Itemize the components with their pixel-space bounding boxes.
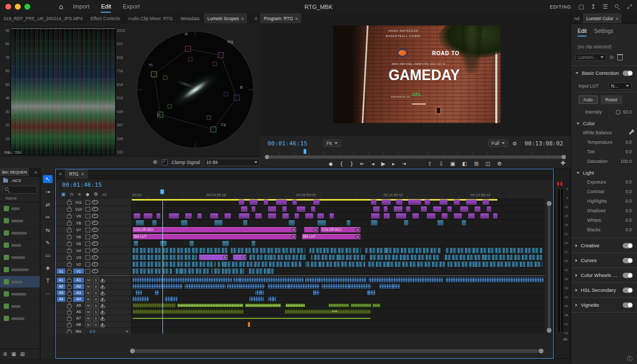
track-lock-icon[interactable]: [67, 331, 72, 334]
param-value[interactable]: 0.0: [625, 149, 632, 154]
bin-tab[interactable]: Bin: SEQUEN: [0, 168, 30, 176]
clip[interactable]: [174, 268, 209, 274]
track-name-button[interactable]: A7: [73, 316, 84, 321]
track-output-icon[interactable]: [92, 262, 98, 266]
clip[interactable]: [483, 200, 489, 205]
track-lock-icon[interactable]: [67, 324, 72, 327]
solo-button[interactable]: S: [93, 315, 99, 321]
param-value[interactable]: 0.0: [625, 227, 632, 232]
clip[interactable]: [133, 309, 244, 314]
mute-button[interactable]: M: [85, 277, 91, 283]
clip[interactable]: [468, 213, 475, 219]
clip[interactable]: [475, 206, 481, 212]
clip[interactable]: [133, 262, 216, 267]
clip[interactable]: fx: [199, 255, 228, 260]
play-icon[interactable]: ▶: [381, 161, 385, 167]
solo-button[interactable]: S: [93, 277, 99, 283]
mute-button[interactable]: M: [85, 283, 91, 289]
clip[interactable]: [396, 213, 406, 219]
clip[interactable]: [252, 241, 256, 246]
track-name-button[interactable]: V10: [73, 206, 84, 212]
track-output-icon[interactable]: [92, 214, 98, 218]
track-row-a3[interactable]: [132, 290, 545, 296]
add-marker-icon[interactable]: ◆: [329, 161, 333, 167]
clip[interactable]: [185, 284, 226, 289]
scroll-handle[interactable]: [547, 201, 552, 206]
slider-knob[interactable]: [616, 110, 621, 115]
clip[interactable]: [268, 297, 277, 301]
param-value[interactable]: 0.0: [625, 189, 632, 194]
clamp-signal-checkbox[interactable]: [161, 159, 168, 166]
program-scrubber[interactable]: [264, 149, 566, 154]
source-patch[interactable]: [57, 200, 65, 205]
clip[interactable]: [252, 206, 256, 212]
track-lock-icon[interactable]: [67, 215, 72, 219]
program-playhead[interactable]: [304, 149, 306, 154]
clip[interactable]: [181, 220, 187, 226]
zoom-handle-left[interactable]: [265, 155, 269, 159]
track-name-button[interactable]: V2: [73, 262, 84, 267]
voiceover-record-icon[interactable]: [101, 279, 104, 282]
menu-tab-edit[interactable]: Edit: [101, 1, 111, 13]
tab-edit[interactable]: Edit: [578, 28, 587, 37]
track-output-icon[interactable]: [92, 269, 98, 273]
step-back-icon[interactable]: ◂: [372, 161, 374, 167]
source-patch[interactable]: [57, 220, 65, 226]
voiceover-record-icon[interactable]: [101, 304, 104, 307]
clip[interactable]: [295, 213, 299, 219]
multi-view-icon[interactable]: ⊞: [474, 161, 478, 167]
go-to-in-icon[interactable]: ⇤: [360, 161, 365, 167]
clip[interactable]: [285, 303, 305, 308]
reset-button[interactable]: Reset: [601, 96, 622, 104]
clip[interactable]: [454, 200, 460, 205]
clip[interactable]: [241, 206, 247, 212]
panel-tab[interactable]: Effect Controls: [87, 13, 124, 23]
track-header-a8[interactable]: A8MS: [56, 322, 131, 328]
lumetri-preset-dropdown[interactable]: Lumetri...: [575, 54, 606, 61]
param-value[interactable]: 0.0: [625, 140, 632, 145]
bin-item[interactable]: [0, 203, 40, 215]
mute-button[interactable]: M: [85, 315, 91, 321]
timeline-settings-icon[interactable]: ⚙: [94, 192, 98, 197]
bin-item[interactable]: [0, 227, 40, 239]
clip[interactable]: [210, 213, 219, 219]
track-lock-icon[interactable]: [67, 305, 72, 308]
panel-menu-icon[interactable]: ≡: [241, 16, 244, 21]
workspace-panel-icon[interactable]: ▢: [579, 3, 584, 10]
auto-button[interactable]: Auto: [579, 96, 598, 104]
clip[interactable]: [406, 206, 410, 212]
clip[interactable]: [313, 290, 320, 295]
section-vignette[interactable]: Vignette: [571, 298, 637, 312]
source-patch[interactable]: A1: [57, 278, 65, 283]
section-toggle[interactable]: [623, 302, 633, 308]
solo-button[interactable]: S: [93, 322, 99, 327]
settings-icon[interactable]: ⚙: [497, 161, 502, 167]
track-output-icon[interactable]: [92, 228, 98, 232]
track-name-button[interactable]: V1: [73, 268, 84, 274]
track-header-v10[interactable]: V10: [56, 206, 131, 213]
clip[interactable]: [365, 248, 442, 253]
track-row-a6[interactable]: «««: [132, 309, 545, 315]
clip[interactable]: [289, 220, 295, 226]
track-name-button[interactable]: A6: [73, 309, 84, 315]
clip[interactable]: [249, 297, 264, 301]
program-settings-wrench-icon[interactable]: ⚙: [512, 141, 517, 146]
source-patch[interactable]: V1: [57, 268, 65, 274]
param-value[interactable]: 0.0: [625, 179, 632, 185]
track-row-v4[interactable]: [132, 247, 545, 254]
bin-item[interactable]: [0, 300, 40, 313]
track-header-a5[interactable]: A5MS: [56, 302, 131, 309]
track-lock-icon[interactable]: [67, 222, 72, 226]
voiceover-record-icon[interactable]: [101, 323, 104, 326]
timeline-horizontal-scrollbar[interactable]: [131, 349, 543, 353]
tab-overflow-icon[interactable]: »: [31, 168, 40, 176]
source-patch[interactable]: [57, 262, 65, 267]
track-output-icon[interactable]: [92, 248, 98, 253]
track-output-icon[interactable]: [92, 255, 98, 259]
slip-tool[interactable]: ⇆: [43, 226, 53, 234]
clip[interactable]: [371, 220, 377, 226]
sync-lock-icon[interactable]: [85, 221, 90, 226]
trash-icon[interactable]: [617, 56, 623, 60]
clip[interactable]: [367, 262, 445, 267]
panel-menu-icon[interactable]: ≡: [295, 16, 298, 21]
